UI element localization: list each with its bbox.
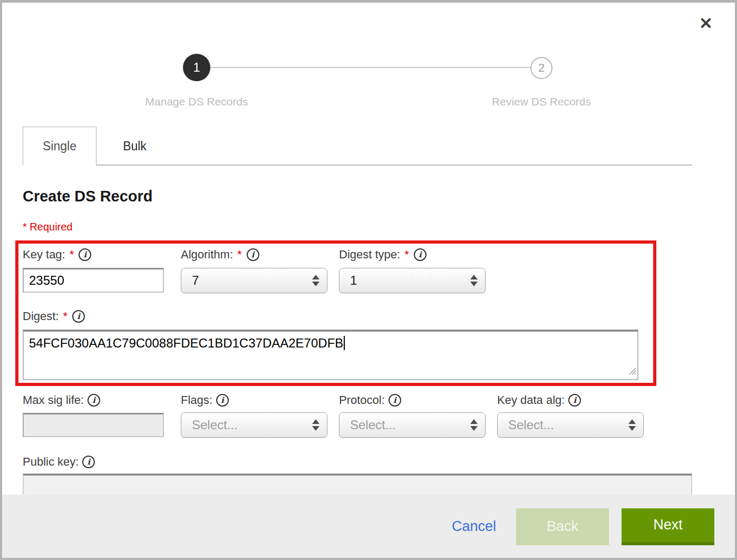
step-2-label: Review DS Records xyxy=(492,95,591,108)
info-glyph: i xyxy=(83,250,86,259)
digest-type-select-value: 1 xyxy=(350,273,357,288)
flags-label-text: Flags: xyxy=(181,393,212,407)
max-sig-life-label: Max sig life: i xyxy=(23,393,100,407)
digest-type-select[interactable]: 1 xyxy=(339,268,486,293)
digest-label: Digest: * i xyxy=(23,310,85,323)
key-data-alg-select-value: Select... xyxy=(508,418,554,432)
max-sig-life-input[interactable] xyxy=(23,413,164,437)
select-stepper-arrows-icon xyxy=(312,419,319,431)
digest-type-label-text: Digest type: xyxy=(339,248,400,262)
digest-type-label: Digest type: * i xyxy=(339,248,426,262)
flags-label: Flags: i xyxy=(181,393,229,407)
algorithm-required-star: * xyxy=(237,248,242,262)
required-note: * Required xyxy=(23,221,73,233)
key-data-alg-label-text: Key data alg: xyxy=(497,393,565,407)
digest-info-icon[interactable]: i xyxy=(72,310,85,323)
step-2-number: 2 xyxy=(538,61,545,75)
digest-type-info-icon[interactable]: i xyxy=(414,248,426,261)
stepper-connector-line xyxy=(210,67,530,68)
select-stepper-arrows-icon xyxy=(628,419,636,431)
protocol-select[interactable]: Select... xyxy=(339,412,486,438)
step-2-circle: 2 xyxy=(530,57,552,79)
info-glyph: i xyxy=(574,395,577,405)
digest-type-required-star: * xyxy=(404,248,409,262)
resize-handle-icon[interactable] xyxy=(628,363,636,378)
digest-textarea-value: 54FCF030AA1C79C0088FDEC1BD1C37DAA2E70DFB xyxy=(29,336,343,350)
max-sig-life-label-text: Max sig life: xyxy=(23,393,84,407)
back-button[interactable]: Back xyxy=(516,508,609,545)
cancel-button[interactable]: Cancel xyxy=(452,518,496,535)
text-caret xyxy=(344,336,345,350)
step-1-circle: 1 xyxy=(183,54,210,81)
key-data-alg-label: Key data alg: i xyxy=(497,393,581,407)
algorithm-label: Algorithm: * i xyxy=(181,248,259,262)
info-glyph: i xyxy=(251,250,255,259)
protocol-label: Protocol: i xyxy=(339,393,401,407)
flags-select[interactable]: Select... xyxy=(181,412,327,438)
algorithm-label-text: Algorithm: xyxy=(181,248,233,262)
info-glyph: i xyxy=(419,250,422,259)
modal-footer: Cancel Back Next xyxy=(2,495,735,558)
flags-select-value: Select... xyxy=(192,418,238,432)
key-tag-required-star: * xyxy=(70,248,74,262)
algorithm-info-icon[interactable]: i xyxy=(247,248,259,261)
public-key-label: Public key: i xyxy=(23,455,95,469)
public-key-textarea[interactable] xyxy=(23,474,692,497)
key-tag-label: Key tag: * i xyxy=(23,248,91,262)
digest-label-text: Digest: xyxy=(23,310,59,323)
select-stepper-arrows-icon xyxy=(470,275,478,286)
max-sig-life-info-icon[interactable]: i xyxy=(88,394,100,407)
key-tag-label-text: Key tag: xyxy=(23,248,65,262)
key-tag-input[interactable] xyxy=(23,268,164,293)
algorithm-select-value: 7 xyxy=(192,273,199,288)
step-1-label: Manage DS Records xyxy=(146,95,248,108)
tab-single[interactable]: Single xyxy=(23,127,96,166)
info-glyph: i xyxy=(393,395,396,405)
key-tag-info-icon[interactable]: i xyxy=(79,248,91,261)
digest-textarea[interactable]: 54FCF030AA1C79C0088FDEC1BD1C37DAA2E70DFB xyxy=(23,330,638,380)
protocol-info-icon[interactable]: i xyxy=(389,394,401,407)
page-title: Create DS Record xyxy=(23,188,153,205)
info-glyph: i xyxy=(221,395,224,405)
info-glyph: i xyxy=(88,457,91,467)
algorithm-select[interactable]: 7 xyxy=(181,268,327,293)
flags-info-icon[interactable]: i xyxy=(216,394,229,407)
key-data-alg-select[interactable]: Select... xyxy=(497,412,644,438)
select-stepper-arrows-icon xyxy=(312,275,319,286)
info-glyph: i xyxy=(77,312,80,321)
key-data-alg-info-icon[interactable]: i xyxy=(568,394,581,407)
info-glyph: i xyxy=(92,395,95,405)
protocol-select-value: Select... xyxy=(350,418,396,432)
create-ds-record-modal: ✕ 1 2 Manage DS Records Review DS Record… xyxy=(0,0,737,560)
close-icon[interactable]: ✕ xyxy=(699,15,713,32)
select-stepper-arrows-icon xyxy=(470,419,478,431)
next-button[interactable]: Next xyxy=(622,508,714,545)
step-1-number: 1 xyxy=(193,60,200,75)
tab-bulk[interactable]: Bulk xyxy=(96,127,173,166)
protocol-label-text: Protocol: xyxy=(339,393,385,407)
public-key-info-icon[interactable]: i xyxy=(82,456,95,468)
digest-required-star: * xyxy=(63,310,67,323)
public-key-label-text: Public key: xyxy=(23,455,79,469)
tab-bar-divider xyxy=(96,165,692,166)
